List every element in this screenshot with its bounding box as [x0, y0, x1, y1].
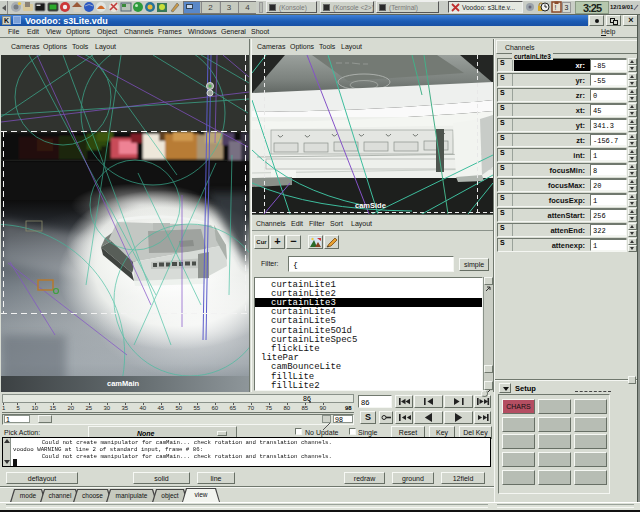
svg-text:!: !: [555, 4, 557, 11]
svg-text:camSide: camSide: [355, 201, 386, 210]
